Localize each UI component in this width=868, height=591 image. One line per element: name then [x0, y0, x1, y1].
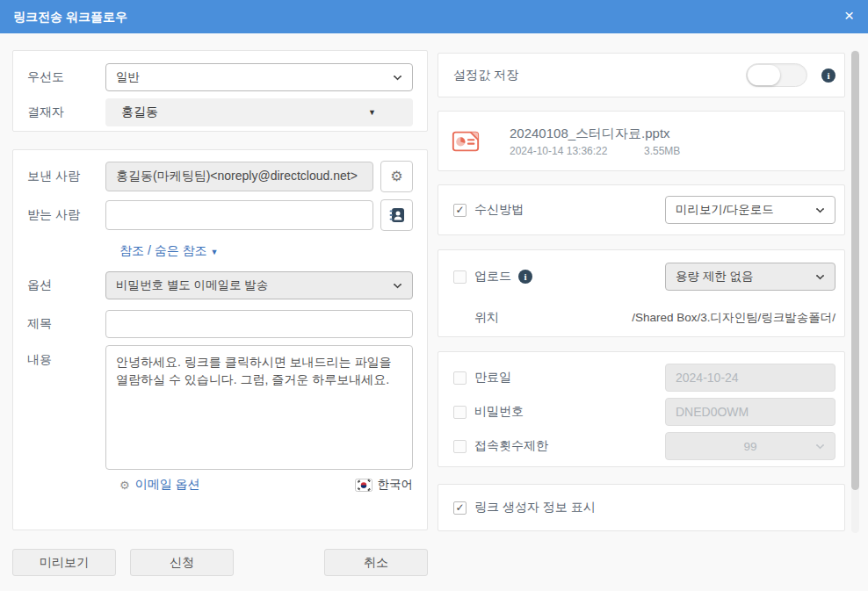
sender-settings-button[interactable]: ⚙ — [380, 161, 413, 192]
language-selector[interactable]: 한국어 — [355, 477, 414, 493]
check-icon: ✓ — [455, 502, 464, 513]
password-input — [665, 398, 835, 426]
gear-icon: ⚙ — [119, 479, 130, 492]
body-textarea[interactable]: 안녕하세요. 링크를 클릭하시면 보내드리는 파일을 열람하실 수 있습니다. … — [105, 345, 413, 470]
location-path: /Shared Box/3.디자인팀/링크발송폴더/ — [632, 310, 835, 326]
chevron-down-icon — [816, 205, 825, 213]
korean-flag-icon — [355, 479, 373, 492]
receive-method-select[interactable]: 미리보기/다운로드 — [665, 196, 835, 224]
check-icon: ✓ — [455, 205, 464, 215]
chevron-down-icon — [394, 72, 402, 81]
triangle-down-icon: ▼ — [368, 108, 388, 117]
creator-info-section: ✓ 링크 생성자 정보 표시 — [438, 484, 845, 531]
file-size: 3.55MB — [644, 145, 680, 157]
language-label: 한국어 — [378, 477, 414, 493]
approver-value: 홍길동 — [121, 105, 158, 120]
gear-icon: ⚙ — [390, 169, 402, 184]
cancel-button[interactable]: 취소 — [324, 549, 428, 576]
upload-checkbox[interactable]: ✓ — [453, 270, 467, 284]
preview-button[interactable]: 미리보기 — [12, 549, 116, 576]
access-limit-select: 99 — [665, 432, 835, 460]
save-settings-section: 설정값 저장 i — [438, 53, 845, 97]
recipient-input[interactable] — [105, 200, 373, 230]
address-book-button[interactable] — [380, 199, 413, 231]
info-icon[interactable]: i — [821, 68, 835, 83]
link-restrictions-section: ✓ 만료일 ✓ 비밀번호 ✓ 접속횟수제한 99 — [438, 351, 845, 467]
access-limit-checkbox[interactable]: ✓ — [453, 440, 467, 453]
chevron-down-icon — [816, 441, 825, 450]
option-label: 옵션 — [27, 277, 105, 293]
recipient-label: 받는 사람 — [27, 207, 105, 223]
location-label: 위치 — [474, 310, 499, 326]
chevron-down-icon — [394, 280, 402, 289]
pptx-file-icon — [451, 126, 481, 156]
file-date: 2024-10-14 13:36:22 — [510, 145, 644, 157]
option-value: 비밀번호 별도 이메일로 발송 — [116, 277, 268, 293]
info-icon[interactable]: i — [518, 270, 532, 284]
close-icon[interactable]: × — [844, 0, 854, 32]
email-options-link[interactable]: 이메일 옵션 — [135, 477, 200, 493]
expiry-input — [665, 364, 835, 392]
password-label: 비밀번호 — [474, 404, 524, 420]
receive-method-section: ✓ 수신방법 미리보기/다운로드 — [438, 184, 845, 235]
dialog-title: 링크전송 워크플로우 — [13, 0, 127, 33]
receive-method-checkbox[interactable]: ✓ — [453, 204, 467, 217]
upload-capacity-select[interactable]: 용량 제한 없음 — [665, 263, 835, 291]
access-limit-label: 접속횟수제한 — [474, 438, 548, 454]
access-limit-value: 99 — [743, 440, 756, 453]
link-transfer-workflow-dialog: 링크전송 워크플로우 × 우선도 일반 결재자 홍길동 ▼ 보낸 사람 ⚙ — [0, 0, 868, 591]
chevron-down-icon — [816, 271, 825, 280]
upload-capacity-value: 용량 제한 없음 — [676, 269, 754, 285]
upload-section: ✓ 업로드 i 용량 제한 없음 위치 /Shared Box/3.디자인팀/링… — [438, 249, 845, 337]
priority-value: 일반 — [116, 69, 140, 85]
dialog-header: 링크전송 워크플로우 × — [0, 0, 868, 33]
subject-label: 제목 — [27, 316, 105, 332]
priority-section: 우선도 일반 결재자 홍길동 ▼ — [12, 50, 428, 132]
subject-input[interactable] — [105, 310, 413, 338]
sender-input — [105, 162, 373, 191]
password-delivery-select[interactable]: 비밀번호 별도 이메일로 발송 — [105, 271, 413, 299]
mail-compose-section: 보낸 사람 ⚙ 받는 사람 참조 / 숨은 참조 — [12, 149, 428, 530]
scrollbar-thumb[interactable] — [851, 51, 859, 490]
approver-select[interactable]: 홍길동 ▼ — [105, 98, 413, 126]
expiry-label: 만료일 — [474, 370, 511, 386]
triangle-down-icon: ▼ — [210, 248, 218, 256]
file-item: 20240108_스터디자료.pptx 2024-10-14 13:36:22 … — [438, 111, 845, 171]
expiry-checkbox[interactable]: ✓ — [453, 371, 467, 385]
priority-label: 우선도 — [27, 69, 105, 85]
file-name: 20240108_스터디자료.pptx — [510, 126, 680, 142]
save-settings-label: 설정값 저장 — [453, 68, 518, 83]
priority-select[interactable]: 일반 — [105, 63, 413, 91]
creator-info-label: 링크 생성자 정보 표시 — [474, 500, 596, 515]
address-book-icon — [388, 206, 406, 224]
receive-method-label: 수신방법 — [474, 202, 524, 218]
body-label: 내용 — [27, 345, 105, 368]
receive-method-value: 미리보기/다운로드 — [676, 202, 774, 218]
toggle-knob — [748, 65, 780, 85]
save-settings-toggle[interactable] — [746, 63, 807, 87]
submit-button[interactable]: 신청 — [130, 549, 234, 576]
cc-bcc-link[interactable]: 참조 / 숨은 참조 ▼ — [119, 243, 218, 257]
upload-label: 업로드 — [474, 269, 511, 285]
sender-label: 보낸 사람 — [27, 169, 105, 184]
creator-info-checkbox[interactable]: ✓ — [453, 501, 467, 515]
password-checkbox[interactable]: ✓ — [453, 406, 467, 419]
approver-label: 결재자 — [27, 105, 105, 120]
